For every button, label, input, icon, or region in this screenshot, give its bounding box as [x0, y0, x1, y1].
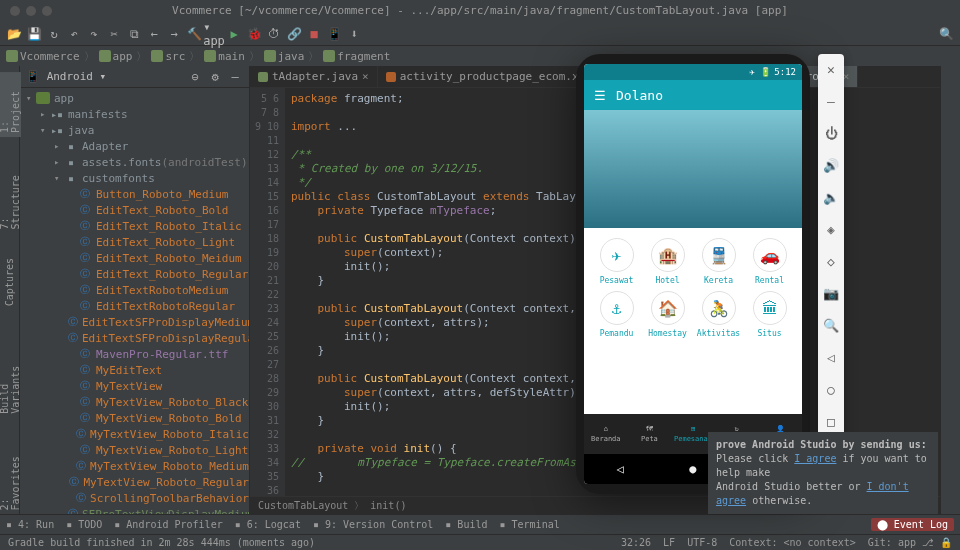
sync-icon[interactable]: ↻ [46, 26, 62, 42]
category-kereta[interactable]: 🚆Kereta [696, 238, 741, 285]
bottom-tab[interactable]: ▪ Android Profiler [114, 519, 222, 530]
breadcrumb-item[interactable]: fragment [323, 50, 390, 63]
tree-node[interactable]: ▾▪customfonts [20, 170, 249, 186]
tree-node[interactable]: ▸▪Adapter [20, 138, 249, 154]
emu-tool-icon[interactable]: ◇ [822, 252, 840, 270]
tree-node[interactable]: ▾▸▪java [20, 122, 249, 138]
category-hotel[interactable]: 🏨Hotel [645, 238, 690, 285]
attach-icon[interactable]: 🔗 [286, 26, 302, 42]
tree-node[interactable]: ⒸMyTextView_Roboto_Regular [20, 474, 249, 490]
tree-node[interactable]: ⒸEditText_Roboto_Bold [20, 202, 249, 218]
breadcrumb-item[interactable]: Vcommerce [6, 50, 80, 63]
tree-node[interactable]: ⒸEditTextSFProDisplayMedium [20, 314, 249, 330]
gear-icon[interactable]: ⚙ [207, 69, 223, 85]
hide-icon[interactable]: — [227, 69, 243, 85]
build-icon[interactable]: 🔨 [186, 26, 202, 42]
emu-tool-icon[interactable]: □ [822, 412, 840, 430]
emu-tool-icon[interactable]: 🔊 [822, 156, 840, 174]
tree-node[interactable]: ⒸMavenPro-Regular.ttf [20, 346, 249, 362]
side-tab[interactable]: Captures [4, 254, 15, 310]
breadcrumb-item[interactable]: src [151, 50, 185, 63]
tree-node[interactable]: ⒸEditText_Roboto_Regular [20, 266, 249, 282]
nav-peta[interactable]: 🗺Peta [628, 414, 672, 454]
tree-node[interactable]: ⒸMyTextView_Roboto_Bold [20, 410, 249, 426]
emu-tool-icon[interactable]: 🔈 [822, 188, 840, 206]
agree-link[interactable]: I agree [794, 453, 836, 464]
run-icon[interactable]: ▶ [226, 26, 242, 42]
undo-icon[interactable]: ↶ [66, 26, 82, 42]
back-icon[interactable]: ← [146, 26, 162, 42]
sdk-icon[interactable]: ⬇ [346, 26, 362, 42]
tree-node[interactable]: ▸▸▪manifests [20, 106, 249, 122]
tree-node[interactable]: ⒸButton_Roboto_Medium [20, 186, 249, 202]
bottom-tab[interactable]: ▪ Terminal [499, 519, 559, 530]
cut-icon[interactable]: ✂ [106, 26, 122, 42]
side-tab[interactable]: 7: Structure [0, 157, 21, 233]
breadcrumb-item[interactable]: main [204, 50, 245, 63]
copy-icon[interactable]: ⧉ [126, 26, 142, 42]
tree-node[interactable]: ⒸEditTextRobotoRegular [20, 298, 249, 314]
tree-node[interactable]: ⒸMyTextView_Roboto_Italic [20, 426, 249, 442]
tree-node[interactable]: ⒸMyTextView_Roboto_Light [20, 442, 249, 458]
tree-node[interactable]: ⒸMyEditText [20, 362, 249, 378]
tree-node[interactable]: ⒸMyTextView [20, 378, 249, 394]
emu-tool-icon[interactable]: ◁ [822, 348, 840, 366]
bottom-tab[interactable]: ▪ 4: Run [6, 519, 54, 530]
editor-tab[interactable]: tAdapter.java × [250, 66, 378, 87]
category-situs[interactable]: 🏛Situs [747, 291, 792, 338]
improve-studio-panel: prove Android Studio by sending us: Plea… [708, 432, 938, 514]
menu-icon[interactable]: ☰ [594, 88, 606, 103]
nav-beranda[interactable]: ⌂Beranda [584, 414, 628, 454]
save-icon[interactable]: 💾 [26, 26, 42, 42]
bottom-tab[interactable]: ▪ 6: Logcat [235, 519, 301, 530]
tree-node[interactable]: ⒸMyTextView_Roboto_Black [20, 394, 249, 410]
side-tab[interactable]: 2: Favorites [0, 438, 21, 514]
emu-tool-icon[interactable]: ◈ [822, 220, 840, 238]
tree-node[interactable]: ⒸEditText_Roboto_Italic [20, 218, 249, 234]
window-controls[interactable] [10, 6, 52, 16]
emu-tool-icon[interactable]: 🔍 [822, 316, 840, 334]
emu-tool-icon[interactable]: ⏻ [822, 124, 840, 142]
avd-icon[interactable]: 📱 [326, 26, 342, 42]
tree-node[interactable]: ⒸEditTextRobotoMedium [20, 282, 249, 298]
config-dropdown[interactable]: ▾ app [206, 26, 222, 42]
bottom-tool-tabs: ▪ 4: Run▪ TODO▪ Android Profiler▪ 6: Log… [0, 514, 960, 534]
emulator-window[interactable]: ✈ 🔋 5:12 ☰ Dolano ✈Pesawat🏨Hotel🚆Kereta🚗… [576, 54, 810, 494]
emu-tool-icon[interactable]: ○ [822, 380, 840, 398]
category-pesawat[interactable]: ✈Pesawat [594, 238, 639, 285]
tree-node[interactable]: ⒸEditText_Roboto_Meidum [20, 250, 249, 266]
profile-icon[interactable]: ⏱ [266, 26, 282, 42]
emu-tool-icon[interactable]: — [822, 92, 840, 110]
category-aktivitas[interactable]: 🚴Aktivitas [696, 291, 741, 338]
search-icon[interactable]: 🔍 [938, 26, 954, 42]
tree-node[interactable]: ▾app [20, 90, 249, 106]
project-view-selector[interactable]: 📱 Android ▾ [26, 70, 106, 83]
side-tab[interactable]: Build Variants [0, 330, 21, 418]
debug-icon[interactable]: 🐞 [246, 26, 262, 42]
bottom-tab[interactable]: ▪ 9: Version Control [313, 519, 433, 530]
tree-node[interactable]: ⒸMyTextView_Roboto_Medium [20, 458, 249, 474]
category-rental[interactable]: 🚗Rental [747, 238, 792, 285]
collapse-icon[interactable]: ⊖ [187, 69, 203, 85]
project-tree[interactable]: ▾app▸▸▪manifests▾▸▪java▸▪Adapter▸▪assets… [20, 88, 249, 514]
emu-tool-icon[interactable]: ✕ [822, 60, 840, 78]
tree-node[interactable]: ⒸEditTextSFProDisplayRegular [20, 330, 249, 346]
fwd-icon[interactable]: → [166, 26, 182, 42]
breadcrumb-item[interactable]: java [264, 50, 305, 63]
open-icon[interactable]: 📂 [6, 26, 22, 42]
tree-node[interactable]: ⒸSFProTextViewDisplayMedium [20, 506, 249, 514]
stop-icon[interactable]: ■ [306, 26, 322, 42]
category-pemandu[interactable]: ⚓Pemandu [594, 291, 639, 338]
breadcrumb-item[interactable]: app [99, 50, 133, 63]
tree-node[interactable]: ⒸScrollingToolbarBehavior [20, 490, 249, 506]
bottom-tab[interactable]: ▪ TODO [66, 519, 102, 530]
category-homestay[interactable]: 🏠Homestay [645, 291, 690, 338]
redo-icon[interactable]: ↷ [86, 26, 102, 42]
bottom-tab[interactable]: ▪ Build [445, 519, 487, 530]
side-tab[interactable]: 1: Project [0, 72, 21, 137]
tree-node[interactable]: ▸▪assets.fonts (androidTest) [20, 154, 249, 170]
close-icon[interactable]: × [362, 70, 369, 83]
emu-tool-icon[interactable]: 📷 [822, 284, 840, 302]
tree-node[interactable]: ⒸEditText_Roboto_Light [20, 234, 249, 250]
event-log-button[interactable]: ⬤ Event Log [871, 518, 954, 531]
